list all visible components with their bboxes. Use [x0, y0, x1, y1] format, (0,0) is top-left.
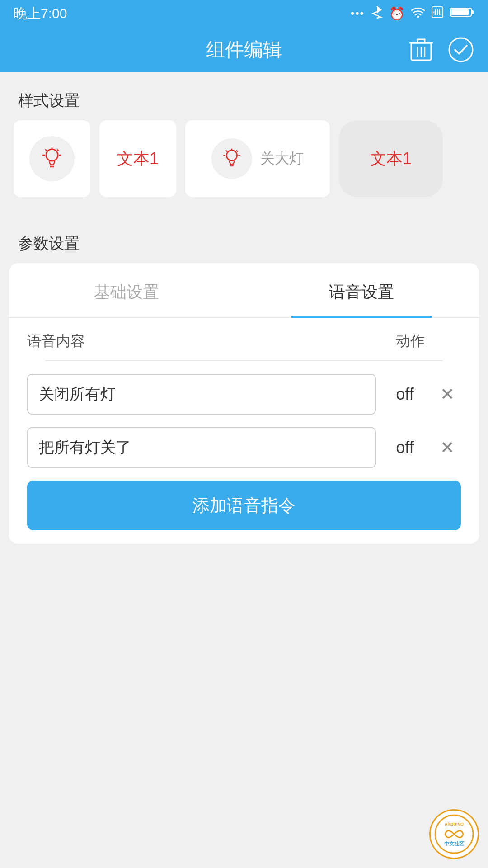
voice-column-headers: 语音内容 动作 — [27, 331, 461, 351]
bulb-circle — [29, 136, 75, 181]
title-bar-actions — [408, 36, 474, 63]
svg-point-26 — [226, 150, 237, 160]
svg-text:ARDUINO: ARDUINO — [445, 822, 464, 826]
voice-content-header: 语音内容 — [27, 331, 85, 351]
voice-action-value-1: off — [387, 385, 423, 404]
watermark-logo: 中文社区 ARDUINO — [434, 814, 474, 854]
bluetooth-icon — [371, 5, 383, 22]
params-section: 参数设置 基础设置 语音设置 语音内容 动作 关闭所有灯 — [0, 211, 488, 544]
card3-text: 关大灯 — [260, 149, 304, 169]
style-cards-row: 文本1 关大灯 文本1 — [14, 120, 474, 197]
style-card-icon-text[interactable]: 关大灯 — [185, 120, 330, 197]
bulb-icon — [39, 146, 65, 171]
divider-1 — [45, 360, 443, 361]
tab-basic[interactable]: 基础设置 — [9, 263, 244, 317]
svg-text:中文社区: 中文社区 — [444, 841, 464, 846]
svg-line-33 — [237, 151, 238, 151]
wifi-icon — [411, 6, 425, 21]
params-card: 基础设置 语音设置 语音内容 动作 关闭所有灯 off ✕ — [9, 263, 479, 544]
battery-icon — [450, 6, 474, 21]
card2-text: 文本1 — [117, 148, 159, 170]
style-section-header: 样式设置 — [0, 72, 488, 120]
sim-icon: ✕ — [431, 6, 444, 21]
voice-input-1[interactable]: 关闭所有灯 — [27, 374, 376, 415]
svg-point-0 — [417, 16, 419, 18]
style-cards-section: 文本1 关大灯 文本1 — [0, 120, 488, 211]
voice-delete-1[interactable]: ✕ — [434, 381, 461, 408]
card4-text: 文本1 — [370, 148, 412, 170]
status-time: 晚上7:00 — [14, 5, 67, 23]
svg-line-30 — [226, 151, 227, 151]
svg-line-22 — [46, 150, 47, 151]
voice-action-value-2: off — [387, 438, 423, 457]
voice-input-2[interactable]: 把所有灯关了 — [27, 427, 376, 468]
svg-rect-8 — [471, 10, 474, 14]
svg-line-25 — [57, 150, 58, 151]
svg-point-17 — [449, 38, 473, 61]
page-title: 组件编辑 — [206, 37, 282, 62]
style-card-text-only[interactable]: 文本1 — [99, 120, 176, 197]
confirm-button[interactable] — [447, 36, 474, 63]
alarm-icon: ⏰ — [389, 6, 405, 21]
voice-entry-1: 关闭所有灯 off ✕ — [27, 374, 461, 415]
tab-voice[interactable]: 语音设置 — [244, 263, 479, 317]
status-icons: ••• ⏰ ✕ — [351, 5, 474, 22]
title-bar: 组件编辑 — [0, 27, 488, 72]
delete-button[interactable] — [408, 36, 435, 63]
style-card-wide-text[interactable]: 文本1 — [339, 120, 443, 197]
voice-action-header: 动作 — [396, 331, 461, 351]
more-icon: ••• — [351, 7, 365, 20]
tabs-row: 基础设置 语音设置 — [9, 263, 479, 318]
svg-point-18 — [46, 149, 58, 161]
params-section-header: 参数设置 — [0, 215, 488, 263]
add-voice-command-button[interactable]: 添加语音指令 — [27, 481, 461, 530]
style-card-icon-only[interactable] — [14, 120, 90, 197]
voice-settings-content: 语音内容 动作 关闭所有灯 off ✕ 把所有灯关了 off ✕ — [9, 318, 479, 544]
bulb-icon-2 — [221, 147, 243, 170]
watermark: 中文社区 ARDUINO — [429, 809, 479, 859]
status-bar: 晚上7:00 ••• ⏰ ✕ — [0, 0, 488, 27]
watermark-circle: 中文社区 ARDUINO — [429, 809, 479, 859]
svg-text:✕: ✕ — [432, 10, 435, 14]
bulb-circle-2 — [211, 138, 252, 179]
voice-entry-2: 把所有灯关了 off ✕ — [27, 427, 461, 468]
svg-rect-7 — [451, 9, 469, 15]
voice-delete-2[interactable]: ✕ — [434, 434, 461, 461]
